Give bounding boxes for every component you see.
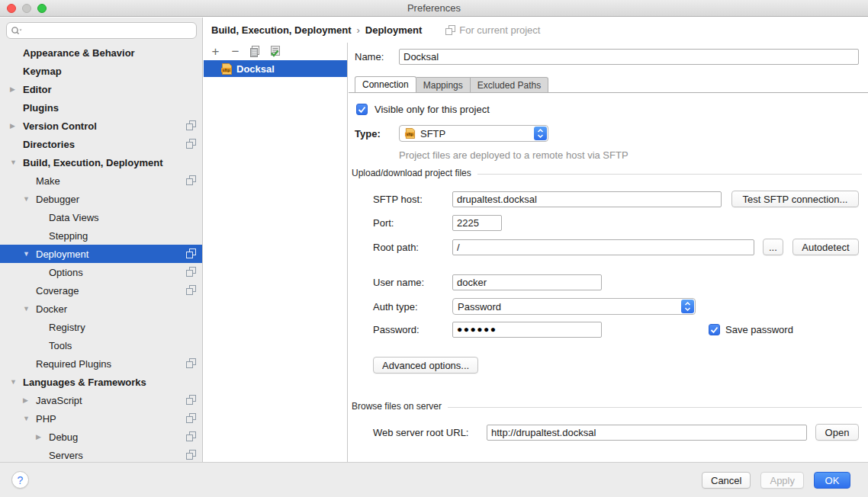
auth-type-value: Password — [458, 301, 501, 313]
auth-type-label: Auth type: — [373, 301, 452, 313]
root-path-input[interactable] — [452, 239, 754, 255]
per-project-icon — [186, 248, 196, 258]
type-dropdown[interactable]: sftp SFTP — [399, 125, 548, 142]
sidebar-item-options[interactable]: Options — [0, 263, 202, 281]
svg-text:sftp: sftp — [223, 67, 231, 72]
use-as-default-icon[interactable] — [268, 45, 281, 58]
chevron-collapsed-icon[interactable]: ▶ — [23, 396, 36, 404]
test-sftp-connection-button[interactable]: Test SFTP connection... — [731, 191, 859, 207]
sidebar-item-servers[interactable]: Servers — [0, 446, 202, 462]
window-controls — [7, 4, 47, 13]
help-button[interactable]: ? — [11, 471, 29, 489]
password-input[interactable]: ●●●●●● — [452, 322, 602, 338]
search-input[interactable] — [24, 24, 196, 37]
advanced-options-button[interactable]: Advanced options... — [373, 357, 478, 374]
sidebar-item-build-execution-deployment[interactable]: ▼Build, Execution, Deployment — [0, 153, 202, 172]
name-input[interactable] — [399, 49, 859, 65]
chevron-expanded-icon[interactable]: ▼ — [10, 378, 23, 386]
password-label: Password: — [373, 324, 452, 335]
sidebar-item-label: Appearance & Behavior — [23, 47, 135, 59]
save-password-label: Save password — [725, 324, 793, 335]
window-title: Preferences — [407, 2, 461, 14]
sidebar-item-deployment[interactable]: ▼Deployment — [0, 245, 202, 263]
sidebar-item-plugins[interactable]: Plugins — [0, 98, 202, 117]
footer-bar: ? Cancel Apply OK — [0, 462, 868, 497]
sidebar-item-label: Data Views — [49, 212, 99, 223]
per-project-icon — [186, 285, 196, 295]
sidebar-item-tools[interactable]: Tools — [0, 336, 202, 354]
sidebar-item-version-control[interactable]: ▶Version Control — [0, 117, 202, 135]
type-help-text: Project files are deployed to a remote h… — [399, 149, 628, 161]
browse-root-path-button[interactable]: ... — [763, 239, 783, 255]
settings-search-box[interactable] — [6, 22, 197, 39]
sidebar-item-appearance-behavior[interactable]: Appearance & Behavior — [0, 43, 202, 62]
sftp-host-input[interactable] — [452, 191, 722, 207]
port-input[interactable] — [452, 215, 502, 231]
type-value: SFTP — [420, 128, 445, 139]
cancel-button[interactable]: Cancel — [702, 472, 751, 489]
auth-type-dropdown[interactable]: Password — [452, 298, 696, 315]
breadcrumb-separator: › — [356, 24, 359, 36]
autodetect-button[interactable]: Autodetect — [792, 239, 859, 255]
sidebar-item-directories[interactable]: Directories — [0, 135, 202, 153]
tab-excluded-paths[interactable]: Excluded Paths — [471, 77, 548, 93]
chevron-collapsed-icon[interactable]: ▶ — [10, 85, 23, 93]
chevron-collapsed-icon[interactable]: ▶ — [36, 433, 49, 441]
sidebar-item-editor[interactable]: ▶Editor — [0, 80, 202, 98]
sidebar-item-docker[interactable]: ▼Docker — [0, 300, 202, 318]
sidebar-item-registry[interactable]: Registry — [0, 318, 202, 336]
save-password-checkbox[interactable] — [709, 324, 720, 335]
sidebar-item-label: PHP — [36, 413, 56, 425]
tab-connection[interactable]: Connection — [355, 76, 416, 93]
sidebar-item-javascript[interactable]: ▶JavaScript — [0, 391, 202, 409]
copy-server-icon[interactable] — [249, 45, 262, 58]
breadcrumb-part1[interactable]: Build, Execution, Deployment — [211, 24, 351, 36]
sidebar-item-label: Registry — [49, 322, 85, 333]
sidebar-item-label: Editor — [23, 84, 52, 95]
sidebar-item-coverage[interactable]: Coverage — [0, 281, 202, 300]
sidebar-item-keymap[interactable]: Keymap — [0, 62, 202, 80]
sidebar-item-make[interactable]: Make — [0, 172, 202, 190]
remove-server-button[interactable]: − — [229, 45, 242, 58]
apply-button[interactable]: Apply — [760, 472, 804, 489]
preferences-window: Preferences Appearance & BehaviorKeymap▶… — [0, 0, 868, 497]
sidebar-item-label: Debugger — [36, 194, 79, 205]
tab-mappings[interactable]: Mappings — [416, 77, 471, 93]
sftp-type-icon: sftp — [404, 128, 416, 139]
chevron-expanded-icon[interactable]: ▼ — [23, 195, 36, 203]
visible-only-checkbox[interactable] — [356, 104, 368, 115]
sidebar-item-stepping[interactable]: Stepping — [0, 226, 202, 245]
server-name: Docksal — [236, 63, 275, 75]
user-name-input[interactable] — [452, 274, 602, 290]
web-server-root-url-input[interactable] — [487, 425, 807, 441]
chevron-expanded-icon[interactable]: ▼ — [23, 415, 36, 422]
close-window-button[interactable] — [7, 4, 16, 13]
sidebar-item-label: Build, Execution, Deployment — [23, 157, 162, 168]
root-path-label: Root path: — [373, 242, 452, 253]
ok-button[interactable]: OK — [814, 472, 850, 489]
add-server-button[interactable]: + — [209, 45, 222, 58]
open-url-button[interactable]: Open — [815, 424, 859, 441]
browse-section-header: Browse files on server — [352, 401, 862, 412]
chevron-collapsed-icon[interactable]: ▶ — [10, 122, 23, 130]
chevron-expanded-icon[interactable]: ▼ — [23, 305, 36, 313]
chevron-expanded-icon[interactable]: ▼ — [10, 159, 23, 166]
sftp-host-label: SFTP host: — [373, 194, 452, 205]
sidebar-item-languages-frameworks[interactable]: ▼Languages & Frameworks — [0, 373, 202, 391]
sidebar-item-label: Keymap — [23, 66, 62, 77]
sidebar-item-debug[interactable]: ▶Debug — [0, 428, 202, 446]
tab-bar: Connection Mappings Excluded Paths — [355, 76, 548, 93]
per-project-icon — [186, 450, 196, 460]
visible-only-label: Visible only for this project — [375, 104, 490, 115]
zoom-window-button[interactable] — [37, 4, 47, 13]
sidebar-item-data-views[interactable]: Data Views — [0, 208, 202, 226]
sidebar-item-required-plugins[interactable]: Required Plugins — [0, 354, 202, 373]
chevron-expanded-icon[interactable]: ▼ — [23, 250, 36, 258]
minimize-window-button[interactable] — [22, 4, 31, 13]
browse-section-title: Browse files on server — [352, 401, 442, 412]
name-label: Name: — [355, 51, 399, 63]
sidebar-item-debugger[interactable]: ▼Debugger — [0, 190, 202, 208]
server-list-item-docksal[interactable]: sftp Docksal — [204, 60, 347, 77]
per-project-icon — [186, 413, 196, 423]
sidebar-item-php[interactable]: ▼PHP — [0, 409, 202, 428]
